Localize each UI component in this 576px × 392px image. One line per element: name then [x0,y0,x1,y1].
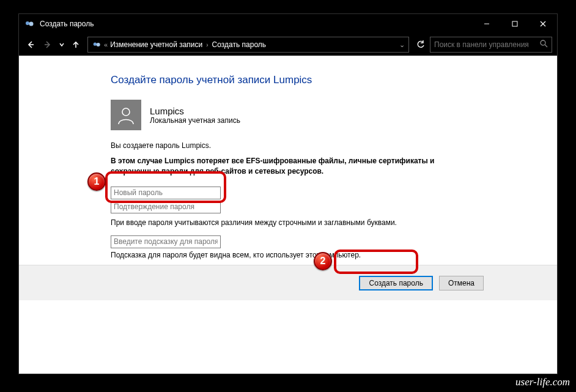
svg-point-11 [541,40,545,45]
watermark: user-life.com [515,376,570,388]
user-type: Локальная учетная запись [150,116,240,125]
case-note: При вводе пароля учитываются различия ме… [111,218,478,227]
close-button[interactable] [529,14,557,34]
app-icon [24,18,35,29]
password-fields [111,187,227,213]
hint-note: Подсказка для пароля будет видна всем, к… [111,251,539,259]
svg-point-1 [29,22,34,26]
back-button[interactable] [23,37,39,53]
titlebar: Создать пароль [19,14,557,34]
content-area: Создайте пароль учетной записи Lumpics L… [19,56,557,374]
svg-rect-3 [512,21,517,26]
maximize-button[interactable] [501,14,529,34]
window: Создать пароль [18,13,558,374]
minimize-button[interactable] [473,14,501,34]
chevron-right-icon: › [206,42,208,48]
window-title: Создать пароль [40,20,473,28]
svg-point-10 [97,43,100,46]
svg-point-13 [122,108,130,116]
up-button[interactable] [68,37,84,53]
svg-point-9 [94,43,97,46]
svg-point-0 [26,21,29,25]
password-hint-input[interactable] [111,235,221,248]
breadcrumb[interactable]: « Изменение учетной записи › Создать пар… [87,37,409,53]
accounts-icon [92,40,102,50]
breadcrumb-prefix: « [104,41,108,48]
search-icon[interactable] [540,40,548,50]
user-name: Lumpics [150,106,240,116]
footer-bar: Создать пароль Отмена [19,265,557,300]
create-password-button[interactable]: Создать пароль [359,276,432,290]
new-password-input[interactable] [111,187,221,199]
refresh-button[interactable] [413,37,429,53]
cancel-button[interactable]: Отмена [439,276,484,290]
navbar: « Изменение учетной записи › Создать пар… [19,34,557,56]
page-heading: Создайте пароль учетной записи Lumpics [111,74,539,86]
recent-dropdown[interactable] [57,37,67,53]
search-input[interactable] [434,40,537,49]
breadcrumb-item-2[interactable]: Создать пароль [212,40,266,49]
info-text: Вы создаете пароль Lumpics. [111,141,539,150]
user-avatar [111,100,141,130]
svg-line-12 [545,45,547,47]
chevron-down-icon[interactable]: ⌄ [399,41,405,49]
window-controls [473,14,557,34]
user-block: Lumpics Локальная учетная запись [111,100,539,130]
confirm-password-input[interactable] [111,201,221,213]
breadcrumb-item-1[interactable]: Изменение учетной записи [110,40,202,49]
search-box[interactable] [430,37,552,53]
warning-text: В этом случае Lumpics потеряет все EFS-ш… [111,156,478,177]
bottom-spacer [19,300,557,374]
forward-button[interactable] [40,37,56,53]
user-info: Lumpics Локальная учетная запись [150,106,240,125]
